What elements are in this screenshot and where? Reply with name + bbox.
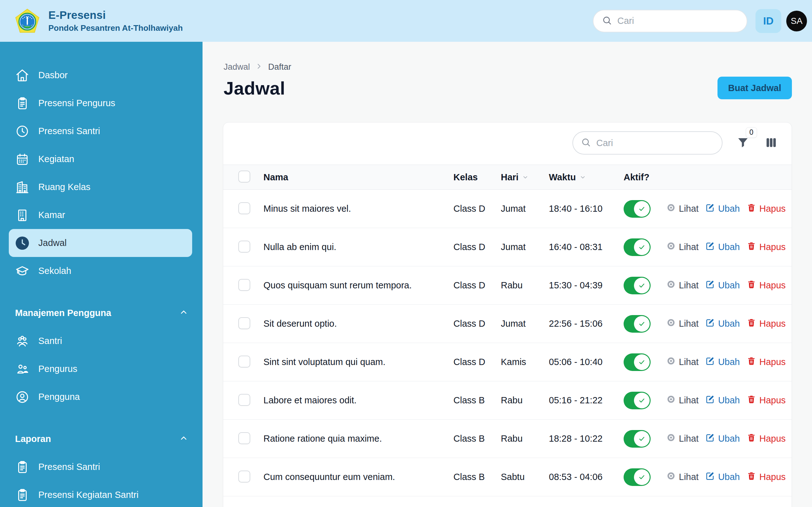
sidebar-item-laporan-presensi-kegiatan-santri[interactable]: Presensi Kegiatan Santri [9, 481, 192, 507]
sidebar-item-laporan-presensi-santri[interactable]: Presensi Santri [9, 453, 192, 481]
hapus-button[interactable]: Hapus [747, 280, 786, 291]
column-header-waktu[interactable]: Waktu [549, 172, 624, 182]
lihat-button[interactable]: Lihat [666, 241, 699, 253]
lihat-button[interactable]: Lihat [666, 203, 699, 215]
ubah-button[interactable]: Ubah [705, 318, 740, 330]
filter-button[interactable]: 0 [735, 135, 751, 152]
search-icon [580, 137, 591, 149]
ubah-button[interactable]: Ubah [705, 203, 740, 215]
sidebar-item-kamar[interactable]: Kamar [9, 201, 192, 229]
sidebar-item-dasbor[interactable]: Dasbor [9, 61, 192, 89]
trash-icon [747, 433, 756, 445]
lihat-button[interactable]: Lihat [666, 433, 699, 445]
pencil-square-icon [705, 433, 715, 445]
table-search-input[interactable] [596, 138, 714, 148]
global-search-input[interactable] [617, 16, 739, 26]
columns-button[interactable] [763, 135, 779, 152]
cell-waktu: 05:06 - 10:40 [549, 357, 624, 367]
active-toggle[interactable] [624, 238, 650, 256]
row-checkbox[interactable] [238, 317, 250, 329]
select-all-checkbox[interactable] [238, 171, 250, 182]
row-checkbox[interactable] [238, 202, 250, 214]
cell-kelas: Class D [453, 242, 501, 252]
cell-waktu: 18:28 - 10:22 [549, 434, 624, 444]
sidebar-item-pengguna[interactable]: Pengguna [9, 383, 192, 411]
table-search[interactable] [572, 131, 723, 155]
sidebar-item-sekolah[interactable]: Sekolah [9, 257, 192, 285]
sidebar-item-jadwal[interactable]: Jadwal [9, 229, 192, 257]
active-toggle[interactable] [624, 200, 650, 218]
row-checkbox[interactable] [238, 355, 250, 368]
sidebar-item-presensi-santri[interactable]: Presensi Santri [9, 117, 192, 145]
users-two-icon [15, 362, 29, 376]
sidebar-item-santri[interactable]: Santri [9, 327, 192, 355]
sidebar-item-label: Santri [38, 336, 62, 346]
hapus-button[interactable]: Hapus [747, 318, 786, 330]
lihat-button[interactable]: Lihat [666, 471, 699, 483]
lihat-button[interactable]: Lihat [666, 356, 699, 368]
ubah-button[interactable]: Ubah [705, 280, 740, 291]
active-toggle[interactable] [624, 468, 650, 486]
hapus-button[interactable]: Hapus [747, 241, 786, 253]
columns-icon [765, 146, 778, 150]
cell-nama: Sint sint voluptatum qui quam. [263, 357, 453, 367]
ubah-button[interactable]: Ubah [705, 433, 740, 445]
sidebar-item-presensi-pengurus[interactable]: Presensi Pengurus [9, 89, 192, 117]
lihat-button[interactable]: Lihat [666, 395, 699, 406]
active-toggle[interactable] [624, 392, 650, 409]
cell-hari: Rabu [501, 434, 549, 444]
hapus-button[interactable]: Hapus [747, 356, 786, 368]
cell-nama: Labore et maiores odit. [263, 395, 453, 405]
cell-waktu: 05:16 - 21:22 [549, 395, 624, 405]
active-toggle[interactable] [624, 430, 650, 448]
sidebar-section-manajemen-pengguna[interactable]: Manajemen Pengguna [0, 304, 202, 322]
ubah-button[interactable]: Ubah [705, 395, 740, 406]
create-jadwal-button[interactable]: Buat Jadwal [717, 77, 792, 99]
ubah-button[interactable]: Ubah [705, 356, 740, 368]
table-row: Nulla ab enim qui. Class D Jumat 16:40 -… [223, 228, 792, 266]
active-toggle[interactable] [624, 353, 650, 371]
sidebar-item-label: Dasbor [38, 70, 68, 80]
breadcrumb-parent[interactable]: Jadwal [224, 62, 250, 72]
active-toggle[interactable] [624, 315, 650, 333]
lihat-button[interactable]: Lihat [666, 280, 699, 291]
row-checkbox[interactable] [238, 279, 250, 291]
toggle-knob [634, 278, 650, 293]
clipboard-icon [15, 488, 29, 502]
row-checkbox[interactable] [238, 241, 250, 252]
sidebar-item-pengurus[interactable]: Pengurus [9, 355, 192, 383]
sidebar-item-label: Presensi Santri [38, 126, 100, 136]
table-row-partial [223, 496, 792, 507]
row-checkbox[interactable] [238, 470, 250, 483]
eye-icon [666, 241, 676, 253]
cell-waktu: 08:53 - 04:06 [549, 472, 624, 482]
building-icon [15, 208, 29, 222]
filter-count-badge: 0 [746, 127, 757, 138]
cell-hari: Jumat [501, 242, 549, 252]
locale-switcher[interactable]: ID [755, 9, 781, 33]
row-checkbox[interactable] [238, 394, 250, 406]
hapus-button[interactable]: Hapus [747, 203, 786, 215]
column-header-hari[interactable]: Hari [501, 172, 549, 182]
row-checkbox[interactable] [238, 432, 250, 444]
cell-nama: Ratione ratione quia maxime. [263, 434, 453, 444]
sidebar-section-laporan[interactable]: Laporan [0, 430, 202, 448]
eye-icon [666, 356, 676, 368]
hapus-button[interactable]: Hapus [747, 433, 786, 445]
hapus-button[interactable]: Hapus [747, 471, 786, 483]
sort-chevron-icon[interactable] [521, 173, 529, 181]
user-avatar[interactable]: SA [786, 11, 807, 32]
cell-waktu: 22:56 - 15:06 [549, 319, 624, 329]
ubah-button[interactable]: Ubah [705, 241, 740, 253]
sidebar-item-ruang-kelas[interactable]: Ruang Kelas [9, 173, 192, 201]
active-toggle[interactable] [624, 277, 650, 294]
sidebar-item-label: Kegiatan [38, 154, 74, 164]
hapus-button[interactable]: Hapus [747, 395, 786, 406]
sort-chevron-icon[interactable] [579, 173, 586, 181]
sidebar-item-kegiatan[interactable]: Kegiatan [9, 145, 192, 173]
ubah-button[interactable]: Ubah [705, 471, 740, 483]
cell-waktu: 18:40 - 16:10 [549, 204, 624, 214]
lihat-button[interactable]: Lihat [666, 318, 699, 330]
sidebar-item-label: Kamar [38, 210, 65, 220]
global-search[interactable] [593, 10, 747, 32]
